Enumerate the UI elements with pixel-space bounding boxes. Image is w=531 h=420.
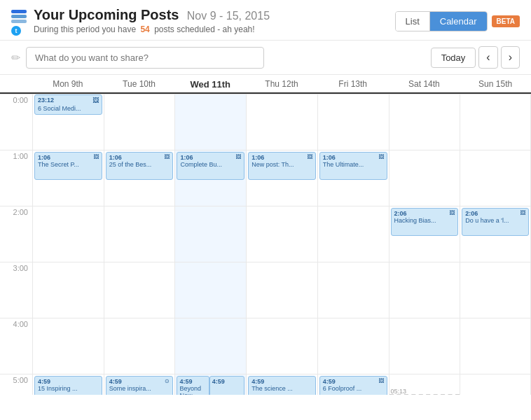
edit-icon: ✏ [11, 51, 20, 64]
toolbar: ✏ Today ‹ › [0, 41, 531, 75]
day-header-tue: Tue 10th [104, 79, 175, 90]
next-button[interactable]: › [501, 46, 520, 69]
calendar-view-button[interactable]: Calendar [430, 12, 487, 31]
day-header-thu: Thu 12th [246, 79, 317, 90]
event-mon-459[interactable]: 4:5915 Inspiring ... [34, 376, 102, 395]
event-wed-106[interactable]: 1:06 🖼Complete Bu... [177, 152, 244, 180]
event-wed-459b[interactable]: 4:59 [209, 376, 244, 395]
day-headers: Mon 9th Tue 10th Wed 11th Thu 12th Fri 1… [0, 75, 531, 94]
days-grid: 23:12 🖼6 Social Medi... 1:06 🖼The Secret… [32, 94, 531, 395]
event-mon-106[interactable]: 1:06 🖼The Secret P... [34, 152, 102, 180]
day-col-tue: 1:06 🖼25 of the Bes... 4:59 ⊙Some inspir… [104, 94, 175, 395]
day-col-thu: 1:06 🖼New post: Th... 4:59The science ..… [246, 94, 317, 395]
post-count: 54 [140, 24, 149, 34]
event-tue-459[interactable]: 4:59 ⊙Some inspira... [106, 376, 174, 395]
event-tue-106[interactable]: 1:06 🖼25 of the Bes... [106, 152, 174, 180]
now-line-sat: 05:13 [389, 394, 460, 395]
share-input[interactable] [26, 47, 264, 69]
view-toggle: List Calendar [395, 11, 488, 31]
subtitle-prefix: During this period you have [34, 24, 136, 34]
event-thu-106[interactable]: 1:06 🖼New post: Th... [248, 152, 316, 180]
day-col-sun: 2:06 🖼Do u have a 'l... 5:13 🖼91 Free Tw… [460, 94, 531, 395]
event-fri-106[interactable]: 1:06 🖼The Ultimate... [319, 152, 387, 180]
event-sun-206[interactable]: 2:06 🖼Do u have a 'l... [462, 208, 529, 236]
time-column: 0:00 1:00 2:00 3:00 4:00 5:00 6:00 7:00 [0, 94, 32, 395]
page-title: Your Upcoming Posts [34, 7, 179, 22]
day-header-mon: Mon 9th [32, 79, 104, 90]
prev-button[interactable]: ‹ [478, 46, 497, 69]
beta-badge: BETA [492, 15, 520, 27]
calendar: Mon 9th Tue 10th Wed 11th Thu 12th Fri 1… [0, 75, 531, 395]
day-header-fri: Fri 13th [317, 79, 389, 90]
day-col-sat: 2:06 🖼Hacking Bias... 05:13 [389, 94, 460, 395]
subtitle-suffix: posts scheduled - ah yeah! [154, 24, 254, 34]
list-view-button[interactable]: List [396, 12, 430, 31]
event-thu-459[interactable]: 4:59The science ... [248, 376, 316, 395]
event-wed-459a[interactable]: 4:59Beyond New... [177, 376, 209, 395]
day-header-wed: Wed 11th [174, 79, 246, 90]
day-col-fri: 1:06 🖼The Ultimate... 4:59 🖼6 Foolproof … [317, 94, 389, 395]
event-sat-206[interactable]: 2:06 🖼Hacking Bias... [391, 208, 459, 236]
today-button[interactable]: Today [431, 48, 476, 68]
day-header-sat: Sat 14th [389, 79, 460, 90]
app-header: t Your Upcoming Posts Nov 9 - 15, 2015 D… [0, 0, 531, 41]
event-mon-2312[interactable]: 23:12 🖼6 Social Medi... [34, 94, 102, 115]
calendar-body: 0:00 1:00 2:00 3:00 4:00 5:00 6:00 7:00 … [0, 94, 531, 395]
day-col-mon: 23:12 🖼6 Social Medi... 1:06 🖼The Secret… [32, 94, 104, 395]
date-range: Nov 9 - 15, 2015 [187, 10, 270, 22]
day-header-sun: Sun 15th [460, 79, 531, 90]
event-fri-459[interactable]: 4:59 🖼6 Foolproof ... [319, 376, 387, 395]
day-col-wed: 1:06 🖼Complete Bu... 4:59Beyond New... 4… [174, 94, 246, 395]
